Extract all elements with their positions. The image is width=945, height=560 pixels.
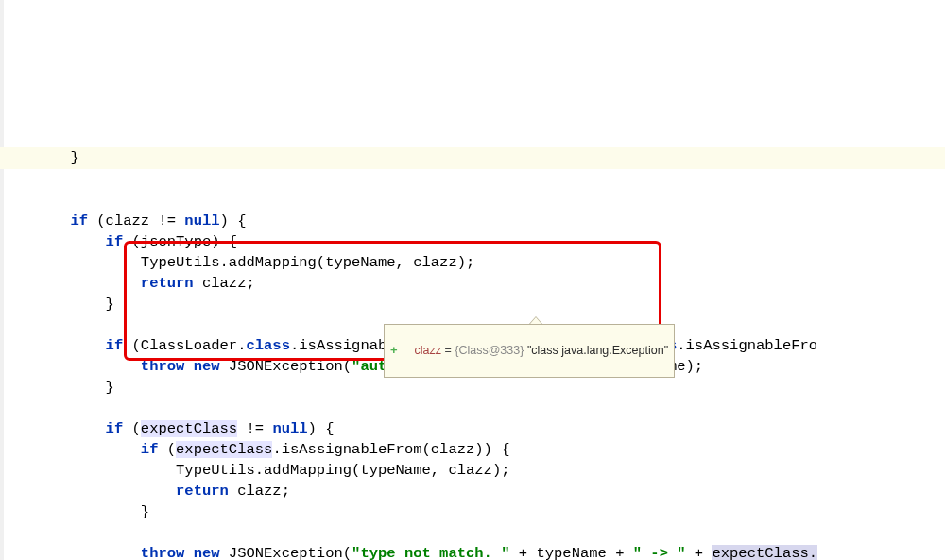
code-line: TypeUtils.addMapping(typeName, clazz);	[0, 462, 510, 479]
debug-value-tooltip[interactable]: + clazz = {Class@333} "class java.lang.E…	[384, 324, 675, 378]
debug-tooltip-arrow	[529, 316, 542, 324]
tooltip-equals: =	[441, 344, 455, 357]
code-line: if (jsonType) {	[0, 233, 237, 250]
expand-icon[interactable]: +	[390, 342, 398, 359]
tooltip-object-id: {Class@333}	[455, 344, 524, 357]
code-line: if (clazz != null) {	[0, 212, 246, 229]
code-line: }	[0, 379, 114, 396]
code-line: if (expectClass.isAssignableFrom(clazz))…	[0, 441, 510, 458]
tooltip-value: "class java.lang.Exception"	[527, 344, 668, 357]
code-line: }	[0, 296, 114, 313]
tooltip-variable-name: clazz	[415, 344, 441, 357]
code-line: TypeUtils.addMapping(typeName, clazz);	[0, 254, 474, 271]
code-line: return clazz;	[0, 483, 290, 500]
code-line: if (expectClass != null) {	[0, 420, 335, 437]
code-line: }	[0, 503, 149, 520]
code-line: return clazz;	[0, 275, 255, 292]
code-line: }	[0, 149, 79, 166]
code-line: throw new JSONException("type not match.…	[0, 545, 817, 560]
